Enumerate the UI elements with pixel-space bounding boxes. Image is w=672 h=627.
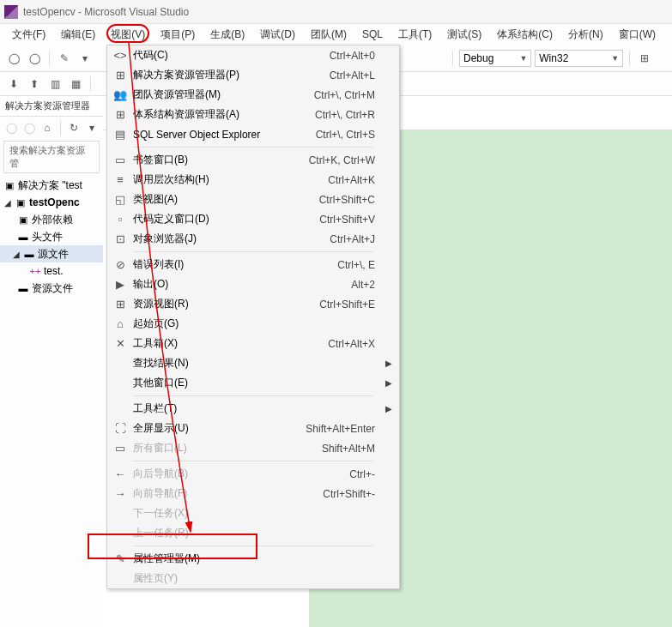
submenu-arrow-icon: ▶ xyxy=(385,378,396,388)
menu-item-icon: ▤ xyxy=(111,128,130,141)
menu-item[interactable]: ▫代码定义窗口(D)Ctrl+Shift+V xyxy=(107,209,399,229)
menu-item-icon: ⊡ xyxy=(111,232,130,245)
menu-item-label: 资源视图(R) xyxy=(130,297,319,311)
dropdown-icon[interactable]: ▾ xyxy=(84,119,100,136)
tool-icon[interactable]: ⬆ xyxy=(26,75,43,93)
menu-item-shortcut: Ctrl+Shift+C xyxy=(319,194,385,206)
menu-item[interactable]: <>代码(C)Ctrl+Alt+0 xyxy=(107,45,399,65)
menu-item[interactable]: 工具栏(T)▶ xyxy=(107,399,399,419)
open-icon[interactable]: ▾ xyxy=(76,50,94,67)
menu-view[interactable]: 视图(V) xyxy=(104,25,152,45)
view-menu-dropdown: <>代码(C)Ctrl+Alt+0⊞解决方案资源管理器(P)Ctrl+Alt+L… xyxy=(106,45,400,589)
new-icon[interactable]: ✎ xyxy=(56,50,73,67)
menu-item: 上一任务(R) xyxy=(107,523,399,543)
menu-item-label: 工具栏(T) xyxy=(130,401,375,416)
menu-item-label: 代码(C) xyxy=(130,48,330,63)
menu-item-label: 错误列表(I) xyxy=(130,257,337,272)
menu-item-icon: ← xyxy=(111,467,130,480)
submenu-arrow-icon: ▶ xyxy=(385,404,396,413)
forward-icon[interactable]: ◯ xyxy=(26,50,43,67)
tool-icon[interactable]: ⬇ xyxy=(5,75,22,93)
tree-external[interactable]: ▣ 外部依赖 xyxy=(0,211,103,228)
menu-item-shortcut: Ctrl+Alt+0 xyxy=(330,50,385,62)
menu-item-label: 类视图(A) xyxy=(130,192,319,207)
menu-item-label: 向前导航(F) xyxy=(130,486,323,501)
menu-test[interactable]: 测试(S) xyxy=(440,25,488,45)
menu-item: 属性页(Y) xyxy=(107,569,399,588)
menu-debug[interactable]: 调试(D) xyxy=(253,25,302,45)
menu-item[interactable]: ≡调用层次结构(H)Ctrl+Alt+K xyxy=(107,170,399,190)
solution-tree: ▣ 解决方案 "test ◢ ▣ testOpenc ▣ 外部依赖 ▬ 头文件 … xyxy=(0,175,103,298)
tool-icon[interactable]: ▦ xyxy=(67,75,84,93)
tree-headers[interactable]: ▬ 头文件 xyxy=(0,228,103,245)
tool-icon[interactable]: ▥ xyxy=(46,75,64,93)
menu-file[interactable]: 文件(F) xyxy=(5,25,52,45)
back-icon[interactable]: ◯ xyxy=(3,119,19,136)
menu-item[interactable]: ⊡对象浏览器(J)Ctrl+Alt+J xyxy=(107,229,399,249)
config-select[interactable]: Debug ▼ xyxy=(459,50,531,67)
menu-item-shortcut: Shift+Alt+M xyxy=(322,443,385,455)
chevron-down-icon: ▼ xyxy=(611,54,619,63)
menu-item[interactable]: ⊞资源视图(R)Ctrl+Shift+E xyxy=(107,294,399,314)
tree-source[interactable]: ◢ ▬ 源文件 xyxy=(0,245,103,262)
tree-solution[interactable]: ▣ 解决方案 "test xyxy=(0,177,103,194)
menu-project[interactable]: 项目(P) xyxy=(154,25,202,45)
menu-item-label: 解决方案资源管理器(P) xyxy=(130,68,330,82)
menu-window[interactable]: 窗口(W) xyxy=(612,25,663,45)
menu-item[interactable]: ⊘错误列表(I)Ctrl+\, E xyxy=(107,255,399,274)
menu-tools[interactable]: 工具(T) xyxy=(391,25,439,45)
expand-icon[interactable]: ◢ xyxy=(3,198,12,208)
menu-item-shortcut: Ctrl+Shift+E xyxy=(319,298,385,310)
menu-separator xyxy=(133,461,373,461)
sidebar-toolbar: ◯ ◯ ⌂ ↻ ▾ xyxy=(0,117,103,139)
menu-analyze[interactable]: 分析(N) xyxy=(561,25,610,45)
menu-item[interactable]: ✎属性管理器(M) xyxy=(107,549,399,569)
menu-item[interactable]: ▤SQL Server Object ExplorerCtrl+\, Ctrl+… xyxy=(107,124,399,144)
menu-item[interactable]: 查找结果(N)▶ xyxy=(107,353,399,373)
config-value: Debug xyxy=(463,52,493,64)
menu-item[interactable]: 👥团队资源管理器(M)Ctrl+\, Ctrl+M xyxy=(107,85,399,105)
sidebar-search[interactable]: 搜索解决方案资源管 xyxy=(3,141,100,173)
menu-sql[interactable]: SQL xyxy=(355,26,390,43)
tree-project[interactable]: ◢ ▣ testOpenc xyxy=(0,194,103,211)
menu-item-icon: ▭ xyxy=(111,442,130,455)
menu-team[interactable]: 团队(M) xyxy=(304,25,354,45)
separator xyxy=(49,51,50,66)
menu-item[interactable]: ✕工具箱(X)Ctrl+Alt+X xyxy=(107,334,399,353)
menu-edit[interactable]: 编辑(E) xyxy=(54,25,102,45)
menu-item[interactable]: ⌂起始页(G) xyxy=(107,314,399,334)
tree-label: 资源文件 xyxy=(32,281,73,296)
back-icon[interactable]: ◯ xyxy=(5,50,22,67)
extension-icon[interactable]: ⊞ xyxy=(636,50,653,67)
tree-file[interactable]: ++ test. xyxy=(0,262,103,280)
menu-item[interactable]: ⊞体系结构资源管理器(A)Ctrl+\, Ctrl+R xyxy=(107,105,399,124)
menu-item-shortcut: Ctrl+\, Ctrl+S xyxy=(316,129,385,141)
separator xyxy=(90,76,91,92)
forward-icon[interactable]: ◯ xyxy=(21,119,37,136)
menu-item-icon: ⊘ xyxy=(111,258,130,271)
tree-label: 外部依赖 xyxy=(32,213,73,227)
menu-architecture[interactable]: 体系结构(C) xyxy=(490,25,560,45)
menu-item[interactable]: ⛶全屏显示(U)Shift+Alt+Enter xyxy=(107,419,399,438)
menu-item-icon: ✕ xyxy=(111,337,130,350)
menu-item-shortcut: Ctrl+\, E xyxy=(337,259,385,271)
menu-item[interactable]: 其他窗口(E)▶ xyxy=(107,373,399,393)
menu-item[interactable]: ⊞解决方案资源管理器(P)Ctrl+Alt+L xyxy=(107,65,399,85)
menu-item-icon: ⌂ xyxy=(111,317,130,330)
menu-item[interactable]: ▶输出(O)Alt+2 xyxy=(107,274,399,294)
menu-item-label: 全屏显示(U) xyxy=(130,421,306,436)
menu-item-label: SQL Server Object Explorer xyxy=(130,129,316,141)
folder-icon: ▣ xyxy=(17,214,29,226)
menu-build[interactable]: 生成(B) xyxy=(203,25,251,45)
expand-icon[interactable]: ◢ xyxy=(12,250,21,259)
platform-select[interactable]: Win32 ▼ xyxy=(535,50,623,67)
menu-item[interactable]: ◱类视图(A)Ctrl+Shift+C xyxy=(107,190,399,209)
home-icon[interactable]: ⌂ xyxy=(39,119,55,136)
tree-label: 解决方案 "test xyxy=(18,178,82,193)
chevron-down-icon: ▼ xyxy=(519,54,527,63)
refresh-icon[interactable]: ↻ xyxy=(66,119,82,136)
tree-resources[interactable]: ▬ 资源文件 xyxy=(0,280,103,297)
menu-item-label: 属性管理器(M) xyxy=(130,552,375,566)
menu-item[interactable]: ▭书签窗口(B)Ctrl+K, Ctrl+W xyxy=(107,150,399,170)
menu-item-icon: ⊞ xyxy=(111,298,130,310)
